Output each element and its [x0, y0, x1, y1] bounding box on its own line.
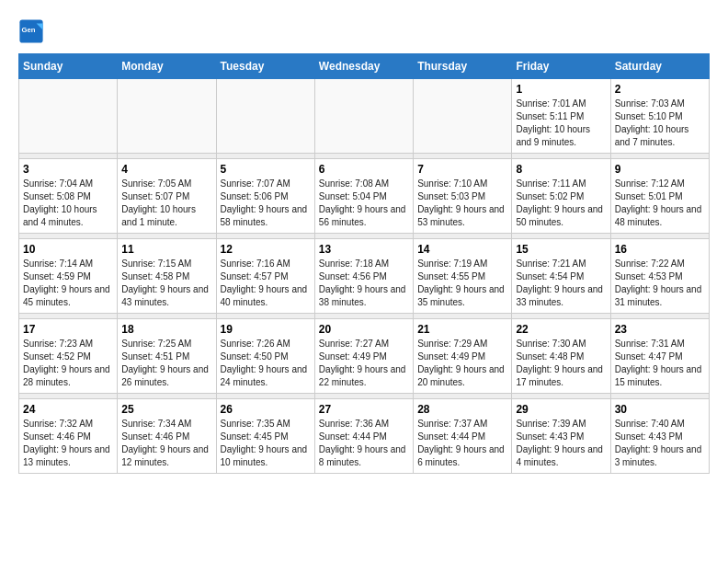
day-info: Sunrise: 7:18 AM Sunset: 4:56 PM Dayligh…	[319, 258, 409, 309]
calendar-cell: 30Sunrise: 7:40 AM Sunset: 4:43 PM Dayli…	[610, 399, 709, 474]
day-info: Sunrise: 7:34 AM Sunset: 4:46 PM Dayligh…	[121, 418, 211, 469]
day-info: Sunrise: 7:37 AM Sunset: 4:44 PM Dayligh…	[417, 418, 507, 469]
calendar-cell: 23Sunrise: 7:31 AM Sunset: 4:47 PM Dayli…	[610, 319, 709, 394]
calendar-week-row: 3Sunrise: 7:04 AM Sunset: 5:08 PM Daylig…	[19, 159, 710, 234]
calendar-cell: 16Sunrise: 7:22 AM Sunset: 4:53 PM Dayli…	[610, 239, 709, 314]
day-number: 21	[417, 323, 507, 336]
day-number: 8	[516, 163, 606, 176]
calendar-cell: 1Sunrise: 7:01 AM Sunset: 5:11 PM Daylig…	[512, 79, 610, 154]
calendar-cell: 29Sunrise: 7:39 AM Sunset: 4:43 PM Dayli…	[512, 399, 610, 474]
day-number: 28	[417, 403, 507, 416]
day-info: Sunrise: 7:12 AM Sunset: 5:01 PM Dayligh…	[615, 178, 705, 229]
logo-icon: Gen	[18, 18, 44, 44]
day-number: 22	[516, 323, 606, 336]
day-info: Sunrise: 7:31 AM Sunset: 4:47 PM Dayligh…	[615, 338, 705, 389]
day-number: 17	[23, 323, 113, 336]
day-number: 7	[417, 163, 507, 176]
day-info: Sunrise: 7:16 AM Sunset: 4:57 PM Dayligh…	[221, 258, 311, 309]
day-info: Sunrise: 7:23 AM Sunset: 4:52 PM Dayligh…	[23, 338, 113, 389]
calendar-cell: 20Sunrise: 7:27 AM Sunset: 4:49 PM Dayli…	[314, 319, 413, 394]
calendar-cell: 27Sunrise: 7:36 AM Sunset: 4:44 PM Dayli…	[314, 399, 413, 474]
calendar-header-tuesday: Tuesday	[216, 54, 314, 79]
calendar-cell: 24Sunrise: 7:32 AM Sunset: 4:46 PM Dayli…	[19, 399, 118, 474]
day-number: 4	[121, 163, 211, 176]
calendar-cell	[216, 79, 314, 154]
calendar-header-sunday: Sunday	[19, 54, 118, 79]
day-info: Sunrise: 7:36 AM Sunset: 4:44 PM Dayligh…	[319, 418, 409, 469]
calendar-cell: 25Sunrise: 7:34 AM Sunset: 4:46 PM Dayli…	[118, 399, 216, 474]
calendar-cell: 5Sunrise: 7:07 AM Sunset: 5:06 PM Daylig…	[216, 159, 314, 234]
calendar-cell	[414, 79, 512, 154]
svg-text:Gen: Gen	[22, 26, 36, 34]
day-info: Sunrise: 7:21 AM Sunset: 4:54 PM Dayligh…	[516, 258, 606, 309]
day-number: 19	[221, 323, 311, 336]
logo: Gen	[18, 18, 48, 44]
day-number: 15	[516, 243, 606, 256]
calendar-header-friday: Friday	[512, 54, 610, 79]
day-number: 27	[319, 403, 409, 416]
day-info: Sunrise: 7:29 AM Sunset: 4:49 PM Dayligh…	[417, 338, 507, 389]
day-number: 3	[23, 163, 113, 176]
calendar-cell: 17Sunrise: 7:23 AM Sunset: 4:52 PM Dayli…	[19, 319, 118, 394]
calendar-header-thursday: Thursday	[414, 54, 512, 79]
day-info: Sunrise: 7:07 AM Sunset: 5:06 PM Dayligh…	[221, 178, 311, 229]
calendar-cell: 18Sunrise: 7:25 AM Sunset: 4:51 PM Dayli…	[118, 319, 216, 394]
calendar-cell: 8Sunrise: 7:11 AM Sunset: 5:02 PM Daylig…	[512, 159, 610, 234]
calendar-cell: 7Sunrise: 7:10 AM Sunset: 5:03 PM Daylig…	[414, 159, 512, 234]
day-info: Sunrise: 7:39 AM Sunset: 4:43 PM Dayligh…	[516, 418, 606, 469]
calendar-header-monday: Monday	[118, 54, 216, 79]
day-info: Sunrise: 7:03 AM Sunset: 5:10 PM Dayligh…	[615, 98, 705, 149]
day-info: Sunrise: 7:14 AM Sunset: 4:59 PM Dayligh…	[23, 258, 113, 309]
day-info: Sunrise: 7:08 AM Sunset: 5:04 PM Dayligh…	[319, 178, 409, 229]
day-number: 16	[615, 243, 705, 256]
day-info: Sunrise: 7:40 AM Sunset: 4:43 PM Dayligh…	[615, 418, 705, 469]
day-info: Sunrise: 7:27 AM Sunset: 4:49 PM Dayligh…	[319, 338, 409, 389]
calendar-cell: 11Sunrise: 7:15 AM Sunset: 4:58 PM Dayli…	[118, 239, 216, 314]
calendar-cell: 28Sunrise: 7:37 AM Sunset: 4:44 PM Dayli…	[414, 399, 512, 474]
day-number: 11	[121, 243, 211, 256]
day-number: 9	[615, 163, 705, 176]
calendar-week-row: 17Sunrise: 7:23 AM Sunset: 4:52 PM Dayli…	[19, 319, 710, 394]
calendar-cell	[314, 79, 413, 154]
day-number: 30	[615, 403, 705, 416]
day-number: 20	[319, 323, 409, 336]
day-number: 13	[319, 243, 409, 256]
day-info: Sunrise: 7:10 AM Sunset: 5:03 PM Dayligh…	[417, 178, 507, 229]
calendar-cell: 12Sunrise: 7:16 AM Sunset: 4:57 PM Dayli…	[216, 239, 314, 314]
day-number: 23	[615, 323, 705, 336]
day-info: Sunrise: 7:35 AM Sunset: 4:45 PM Dayligh…	[221, 418, 311, 469]
day-info: Sunrise: 7:22 AM Sunset: 4:53 PM Dayligh…	[615, 258, 705, 309]
day-number: 6	[319, 163, 409, 176]
day-number: 2	[615, 83, 705, 96]
calendar-cell: 13Sunrise: 7:18 AM Sunset: 4:56 PM Dayli…	[314, 239, 413, 314]
calendar-week-row: 1Sunrise: 7:01 AM Sunset: 5:11 PM Daylig…	[19, 79, 710, 154]
day-number: 25	[121, 403, 211, 416]
day-number: 29	[516, 403, 606, 416]
calendar-cell: 9Sunrise: 7:12 AM Sunset: 5:01 PM Daylig…	[610, 159, 709, 234]
calendar-header-row: SundayMondayTuesdayWednesdayThursdayFrid…	[19, 54, 710, 79]
calendar-cell	[19, 79, 118, 154]
day-number: 24	[23, 403, 113, 416]
calendar-cell: 4Sunrise: 7:05 AM Sunset: 5:07 PM Daylig…	[118, 159, 216, 234]
calendar-cell: 21Sunrise: 7:29 AM Sunset: 4:49 PM Dayli…	[414, 319, 512, 394]
calendar-cell: 6Sunrise: 7:08 AM Sunset: 5:04 PM Daylig…	[314, 159, 413, 234]
calendar-cell: 3Sunrise: 7:04 AM Sunset: 5:08 PM Daylig…	[19, 159, 118, 234]
calendar-header-wednesday: Wednesday	[314, 54, 413, 79]
calendar-cell: 22Sunrise: 7:30 AM Sunset: 4:48 PM Dayli…	[512, 319, 610, 394]
calendar-week-row: 24Sunrise: 7:32 AM Sunset: 4:46 PM Dayli…	[19, 399, 710, 474]
calendar-cell	[118, 79, 216, 154]
day-number: 18	[121, 323, 211, 336]
calendar-table: SundayMondayTuesdayWednesdayThursdayFrid…	[18, 53, 710, 474]
day-number: 12	[221, 243, 311, 256]
calendar-cell: 19Sunrise: 7:26 AM Sunset: 4:50 PM Dayli…	[216, 319, 314, 394]
calendar-cell: 26Sunrise: 7:35 AM Sunset: 4:45 PM Dayli…	[216, 399, 314, 474]
day-info: Sunrise: 7:19 AM Sunset: 4:55 PM Dayligh…	[417, 258, 507, 309]
calendar-cell: 10Sunrise: 7:14 AM Sunset: 4:59 PM Dayli…	[19, 239, 118, 314]
day-info: Sunrise: 7:01 AM Sunset: 5:11 PM Dayligh…	[516, 98, 606, 149]
day-info: Sunrise: 7:15 AM Sunset: 4:58 PM Dayligh…	[121, 258, 211, 309]
day-info: Sunrise: 7:32 AM Sunset: 4:46 PM Dayligh…	[23, 418, 113, 469]
day-info: Sunrise: 7:04 AM Sunset: 5:08 PM Dayligh…	[23, 178, 113, 229]
calendar-cell: 14Sunrise: 7:19 AM Sunset: 4:55 PM Dayli…	[414, 239, 512, 314]
day-number: 26	[221, 403, 311, 416]
day-number: 10	[23, 243, 113, 256]
